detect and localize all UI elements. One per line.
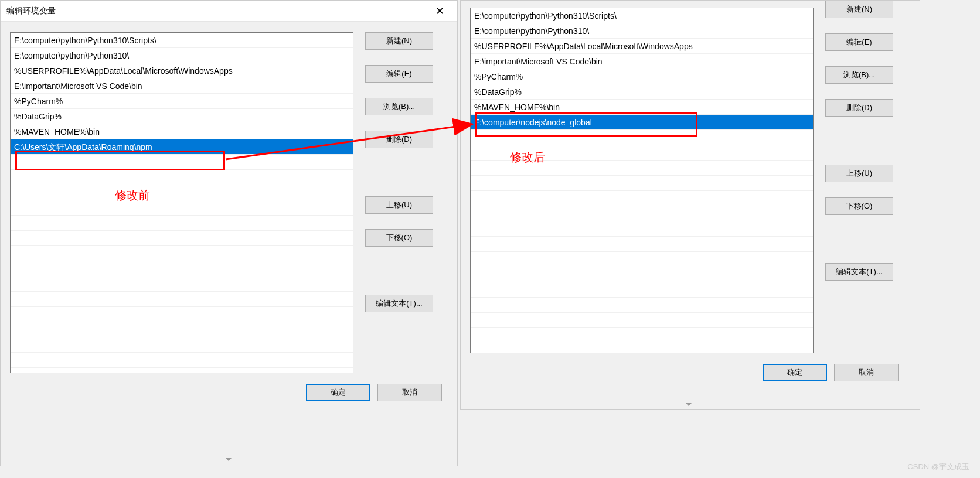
ok-button[interactable]: 确定 [306,384,370,401]
list-item[interactable] [471,252,813,267]
list-item[interactable]: E:\important\Microsoft VS Code\bin [471,54,813,69]
dialog-title: 编辑环境变量 [6,6,56,16]
dialog-footer: 确定 取消 [461,364,920,408]
list-item[interactable] [471,221,813,237]
dialog-footer: 确定 取消 [1,384,457,428]
list-item[interactable] [11,292,353,307]
list-item[interactable]: %USERPROFILE%\AppData\Local\Microsoft\Wi… [471,39,813,54]
list-item[interactable] [11,231,353,246]
edit-text-button[interactable]: 编辑文本(T)... [365,295,433,312]
list-item[interactable] [471,191,813,206]
list-item[interactable] [11,276,353,292]
buttons-column: 新建(N) 编辑(E) 浏览(B)... 删除(D) 上移(U) 下移(O) 编… [365,32,433,373]
list-item[interactable] [471,176,813,191]
new-button[interactable]: 新建(N) [825,1,893,18]
edit-button[interactable]: 编辑(E) [365,65,433,83]
list-item[interactable]: %PyCharm% [11,94,353,109]
list-item[interactable] [471,313,813,328]
new-button[interactable]: 新建(N) [365,32,433,50]
dialog-body: E:\computer\python\Python310\Scripts\E:\… [1,22,457,384]
list-item[interactable]: E:\computer\nodejs\node_global [471,115,813,130]
path-listbox[interactable]: E:\computer\python\Python310\Scripts\E:\… [470,8,814,353]
list-item[interactable] [11,337,353,353]
list-item[interactable] [471,298,813,313]
list-item[interactable]: %MAVEN_HOME%\bin [11,124,353,139]
env-var-dialog-left: 编辑环境变量 ✕ E:\computer\python\Python310\Sc… [0,0,458,466]
close-icon[interactable]: ✕ [428,1,451,22]
list-item[interactable] [11,170,353,185]
list-item[interactable] [11,307,353,322]
list-item[interactable]: C:\Users\文轩\AppData\Roaming\npm [11,139,353,155]
resize-gripper-icon [223,458,234,465]
list-item[interactable] [11,261,353,276]
list-item[interactable]: E:\computer\python\Python310\Scripts\ [11,33,353,48]
list-item[interactable] [471,206,813,221]
edit-text-button[interactable]: 编辑文本(T)... [825,263,893,281]
list-item[interactable]: E:\computer\python\Python310\Scripts\ [471,8,813,23]
list-item[interactable]: E:\computer\python\Python310\ [11,48,353,63]
ok-button[interactable]: 确定 [763,364,827,381]
move-down-button[interactable]: 下移(O) [365,229,433,247]
list-item[interactable]: %DataGrip% [11,109,353,124]
watermark-text: CSDN @宇文成玉 [907,462,969,472]
annotation-label-after: 修改后 [510,149,545,165]
titlebar: 编辑环境变量 ✕ [1,1,457,22]
cancel-button[interactable]: 取消 [834,364,899,381]
list-item[interactable] [471,267,813,282]
browse-button[interactable]: 浏览(B)... [365,98,433,115]
list-item[interactable] [11,155,353,170]
list-item[interactable] [11,200,353,216]
list-item[interactable]: E:\important\Microsoft VS Code\bin [11,78,353,94]
delete-button[interactable]: 删除(D) [825,99,893,117]
list-item[interactable]: %PyCharm% [471,69,813,84]
cancel-button[interactable]: 取消 [377,384,442,401]
list-item[interactable] [471,237,813,252]
list-item[interactable]: %MAVEN_HOME%\bin [471,100,813,115]
list-item[interactable] [11,185,353,200]
list-item[interactable] [11,322,353,337]
list-item[interactable] [471,328,813,343]
list-item[interactable]: %USERPROFILE%\AppData\Local\Microsoft\Wi… [11,63,353,78]
list-item[interactable] [471,130,813,145]
move-up-button[interactable]: 上移(U) [365,196,433,214]
list-item[interactable]: %DataGrip% [471,84,813,100]
list-item[interactable] [11,216,353,231]
move-down-button[interactable]: 下移(O) [825,197,893,215]
env-var-dialog-right: E:\computer\python\Python310\Scripts\E:\… [460,0,920,410]
annotation-label-before: 修改前 [115,187,150,203]
list-item[interactable]: E:\computer\python\Python310\ [471,23,813,39]
move-up-button[interactable]: 上移(U) [825,165,893,182]
delete-button[interactable]: 删除(D) [365,131,433,148]
resize-gripper-icon [683,403,695,410]
edit-button[interactable]: 编辑(E) [825,33,893,51]
dialog-body: E:\computer\python\Python310\Scripts\E:\… [461,1,920,364]
buttons-column: 新建(N) 编辑(E) 浏览(B)... 删除(D) 上移(U) 下移(O) 编… [825,1,893,353]
browse-button[interactable]: 浏览(B)... [825,66,893,84]
list-item[interactable] [11,353,353,368]
path-listbox[interactable]: E:\computer\python\Python310\Scripts\E:\… [10,32,353,373]
list-item[interactable] [471,282,813,298]
list-item[interactable] [11,246,353,261]
